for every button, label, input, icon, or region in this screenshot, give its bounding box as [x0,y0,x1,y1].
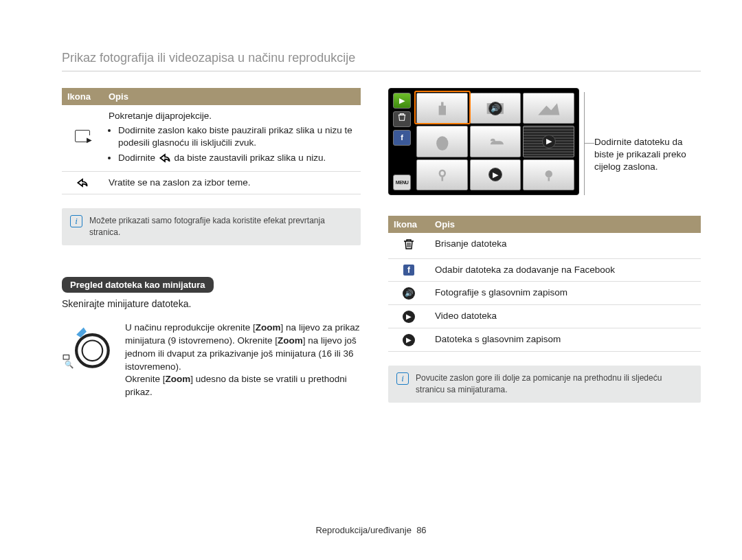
thumbnail[interactable]: ▶ [523,126,574,157]
table-row: f Odabir datoteka za dodavanje na Facebo… [388,259,701,282]
svg-point-5 [546,170,552,177]
slideshow-icon [62,105,103,172]
thumbnail[interactable] [416,93,468,124]
thumbnail[interactable]: 🔊 [470,93,521,124]
th-icon: Ikona [388,216,429,233]
thumbnail[interactable] [416,126,468,157]
th-icon: Ikona [62,88,103,105]
trash-icon [388,233,429,259]
callout-text: Dodirnite datoteku da biste je prikazali… [594,136,704,174]
zoom-dial-icon: 🔍 [62,322,113,374]
desc-facebook: Odabir datoteka za dodavanje na Facebook [429,259,701,282]
desc-voice-file: Datoteka s glasovnim zapisom [429,328,701,352]
info-note: i Povucite zaslon gore ili dolje za pomi… [388,366,701,403]
voice-file-icon: ▶ [542,135,556,148]
thumbnail[interactable] [523,93,574,124]
info-icon: i [396,372,409,385]
page-footer: Reprodukcija/uređivanje 86 [0,525,742,535]
thumbnail[interactable] [416,159,468,190]
info-text: Možete prikazati samo fotografije kada k… [89,215,352,238]
thumbnail[interactable] [470,126,521,157]
facebook-button[interactable]: f [393,130,411,146]
video-file-icon: ▶ [388,305,429,328]
delete-button[interactable] [393,111,411,127]
voice-file-icon: ▶ [388,328,429,352]
desc-video: Video datoteka [429,305,701,328]
table-row: Brisanje datoteka [388,233,701,259]
desc-delete: Brisanje datoteka [429,233,701,259]
menu-button[interactable]: MENU [393,175,411,190]
voice-photo-icon: 🔊 [388,282,429,305]
video-play-icon: ▶ [488,168,502,181]
svg-rect-2 [63,355,69,359]
play-button[interactable]: ▶ [393,93,411,109]
camera-screen: ▶ f MENU 🔊 ▶ [388,88,579,195]
voice-photo-icon: 🔊 [488,102,502,115]
right-column: ▶ f MENU 🔊 ▶ [388,88,701,403]
info-text: Povucite zaslon gore ili dolje za pomica… [416,372,693,396]
table-row: ▶ Datoteka s glasovnim zapisom [388,328,701,352]
thumbnail[interactable] [523,159,574,190]
thumbnail[interactable]: ▶ [470,159,521,190]
info-note: i Možete prikazati samo fotografije kada… [62,208,361,245]
thumbnail-preview-heading: Pregled datoteka kao minijatura [62,277,214,293]
thumbnail-preview-intro: Skenirajte minijature datoteka. [62,298,361,309]
table-row: Pokretanje dijaprojekcije. Dodirnite zas… [62,105,361,172]
svg-text:🔍: 🔍 [65,359,74,368]
row1-bullet: Dodirnite da biste zaustavili prikaz sli… [118,152,355,164]
thumbnail-grid: 🔊 ▶ ▶ [416,93,574,190]
left-column: Ikona Opis Pokretanje dijaprojekcije. Do… [62,88,361,403]
row2-desc: Vratite se na zaslon za izbor teme. [103,172,361,194]
back-icon [62,172,103,194]
desc-voice-photo: Fotografije s glasovnim zapisom [429,282,701,305]
back-arrow-icon [158,152,172,164]
th-desc: Opis [429,216,701,233]
facebook-icon: f [388,259,429,282]
table-row: Vratite se na zaslon za izbor teme. [62,172,361,194]
right-icon-table: Ikona Opis Brisanje datoteka f Odabir da… [388,216,701,352]
row1-bullet: Dodirnite zaslon kako biste pauzirali pr… [118,124,355,149]
svg-point-0 [76,335,109,367]
zoom-instructions: U načinu reprodukcije okrenite [Zoom] na… [125,322,361,399]
left-icon-table: Ikona Opis Pokretanje dijaprojekcije. Do… [62,88,361,194]
table-row: 🔊 Fotografije s glasovnim zapisom [388,282,701,305]
row1-title: Pokretanje dijaprojekcije. [109,111,212,121]
table-row: ▶ Video datoteka [388,305,701,328]
info-icon: i [70,215,82,227]
svg-point-1 [82,340,103,361]
page-title: Prikaz fotografija ili videozapisa u nač… [62,51,701,71]
th-desc: Opis [103,88,361,105]
